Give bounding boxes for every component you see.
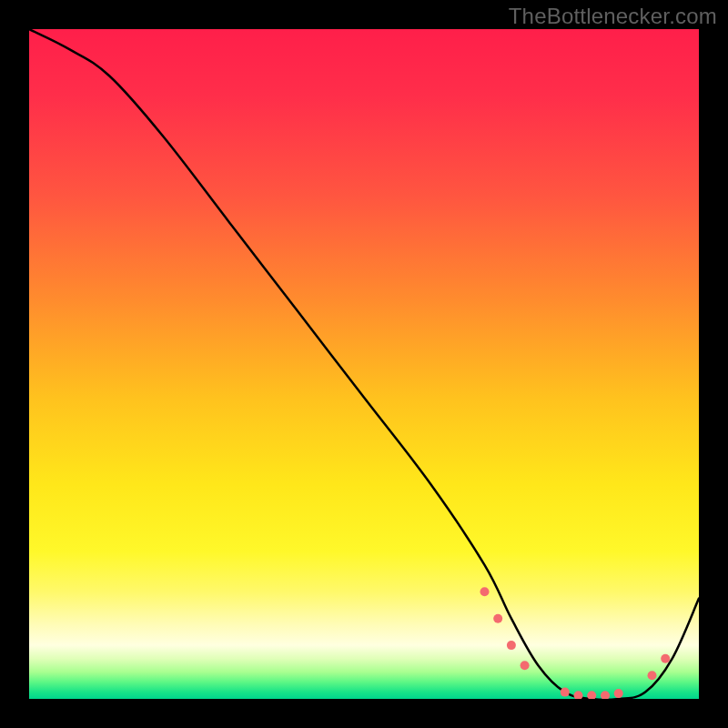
curve-svg <box>29 29 699 699</box>
plot-area <box>29 29 699 699</box>
curve-marker <box>493 614 502 623</box>
curve-marker <box>648 671 657 680</box>
curve-marker <box>601 691 610 699</box>
curve-marker <box>574 691 583 699</box>
curve-marker <box>561 688 570 697</box>
curve-marker <box>507 641 516 650</box>
bottleneck-curve <box>29 29 699 699</box>
curve-marker <box>614 689 623 698</box>
curve-markers <box>480 587 671 699</box>
curve-marker <box>521 661 530 670</box>
chart-frame: TheBottlenecker.com <box>0 0 728 728</box>
watermark-text: TheBottlenecker.com <box>509 4 717 29</box>
curve-marker <box>480 587 490 596</box>
curve-marker <box>661 654 670 663</box>
curve-marker <box>587 691 596 699</box>
